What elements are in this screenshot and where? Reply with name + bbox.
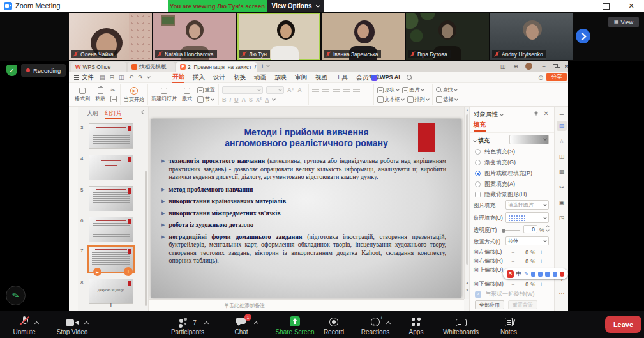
account-avatar[interactable]: [523, 62, 534, 70]
menu-tab-view[interactable]: 视图: [315, 73, 327, 82]
print-icon[interactable]: ⊟: [110, 74, 115, 81]
wps-ai-button[interactable]: WPS AI: [371, 72, 412, 83]
apps-button[interactable]: Apps: [398, 311, 434, 338]
wps-close-button[interactable]: ✕: [562, 62, 568, 70]
global-settings-icon[interactable]: ⊕: [511, 62, 521, 70]
view-options-button[interactable]: View Options: [267, 0, 324, 12]
layout-button[interactable]: 版式: [179, 88, 195, 102]
decrement-button[interactable]: −: [509, 258, 517, 265]
arrange-button[interactable]: 排列: [407, 96, 429, 103]
crop-tools-icon[interactable]: ✂: [557, 182, 567, 192]
placement-dropdown[interactable]: 拉伸: [505, 236, 549, 245]
video-tile[interactable]: Віра Бутова: [406, 13, 489, 60]
canvas-scrollbar[interactable]: ▲ ▲ ▼: [464, 107, 469, 299]
line-spacing-icon[interactable]: [353, 88, 360, 93]
play-slide-button[interactable]: ▶: [93, 268, 101, 276]
bullet-list-icon[interactable]: [312, 88, 319, 93]
resource-icon[interactable]: ◳: [557, 213, 567, 223]
chevron-down-icon[interactable]: [147, 75, 151, 79]
layers-icon[interactable]: ◫: [557, 151, 567, 162]
bold-button[interactable]: B: [222, 96, 227, 103]
menu-tab-design[interactable]: 设计: [213, 73, 225, 82]
share-document-button[interactable]: 分享: [546, 73, 567, 81]
section-button[interactable]: 节: [197, 96, 215, 103]
video-tile[interactable]: Іванна Заремська: [322, 13, 405, 60]
minimize-button[interactable]: [572, 0, 588, 12]
wps-minimize-button[interactable]: –: [539, 62, 549, 70]
video-tile[interactable]: Олена Чайка: [69, 13, 152, 60]
font-color-button[interactable]: A: [265, 96, 269, 103]
shapes-button[interactable]: 形状: [377, 86, 399, 93]
next-participants-button[interactable]: [576, 29, 590, 43]
columns-icon[interactable]: [353, 96, 360, 102]
underline-button[interactable]: U: [234, 96, 239, 103]
reactions-button[interactable]: + Reactions: [352, 311, 398, 338]
annotation-pencil-button[interactable]: ✎: [6, 286, 26, 305]
font-size-select[interactable]: [266, 86, 284, 94]
notes-placeholder[interactable]: 单击此处添加备注: [149, 299, 464, 311]
radio-solid-fill[interactable]: 纯色填充(S): [475, 148, 515, 156]
apply-all-button[interactable]: 全部应用: [475, 300, 504, 309]
whiteboards-button[interactable]: Whiteboards: [434, 311, 488, 338]
mic-options-caret[interactable]: [34, 321, 38, 326]
format-painter-button[interactable]: 格式刷: [75, 88, 90, 102]
align-right-icon[interactable]: [333, 96, 340, 102]
stop-video-button[interactable]: Stop Video: [47, 311, 97, 338]
increase-indent-icon[interactable]: [343, 88, 350, 93]
find-button[interactable]: 查找: [436, 86, 458, 93]
panel-scrollbar[interactable]: [145, 171, 147, 306]
redo-icon[interactable]: ↷: [138, 74, 143, 81]
reset-button[interactable]: 重置: [197, 86, 215, 93]
sogou-logo-icon[interactable]: S: [507, 270, 514, 278]
pin-panel-icon[interactable]: [534, 111, 539, 118]
slide-thumbnail[interactable]: [89, 186, 133, 211]
ime-mic-icon[interactable]: [531, 272, 535, 277]
unmute-button[interactable]: Unmute: [4, 311, 45, 338]
tab-presentation-document[interactable]: P 2_Презентація_на захист_/ ✕: [176, 62, 257, 72]
align-left-icon[interactable]: [312, 96, 319, 102]
rotate-with-shape-checkbox[interactable]: ✓ 与形状一起旋转(W): [475, 290, 535, 298]
save-icon[interactable]: ▤: [100, 74, 105, 81]
play-from-current-button[interactable]: ▶ 当页开始: [124, 87, 144, 103]
view-layout-button[interactable]: ▦ View: [608, 17, 639, 27]
smart-beautify-icon[interactable]: ☆: [557, 136, 567, 146]
italic-button[interactable]: I: [230, 96, 232, 103]
quick-add-slide-button[interactable]: +: [124, 267, 133, 276]
slide[interactable]: Методи і прийоми вивчення англомовного р…: [151, 119, 461, 298]
ime-more-icon[interactable]: [560, 272, 564, 277]
picture-fill-dropdown[interactable]: 请选择图片: [505, 200, 549, 210]
video-tile[interactable]: Andriy Hrytsenko: [490, 13, 573, 60]
record-button[interactable]: Record: [314, 311, 354, 338]
layout-switch-icon[interactable]: ◫: [498, 62, 508, 70]
decrease-font-icon[interactable]: A⁻: [297, 87, 304, 93]
reactions-caret[interactable]: [386, 321, 391, 326]
leave-button[interactable]: Leave: [605, 316, 641, 333]
slide-thumbnail[interactable]: [89, 155, 133, 180]
video-tile[interactable]: Nataliia Honcharova: [153, 13, 236, 60]
file-menu[interactable]: 文件: [74, 72, 94, 83]
picture-button[interactable]: 图片: [402, 86, 424, 93]
chevron-down-icon[interactable]: [500, 112, 504, 116]
align-center-icon[interactable]: [322, 96, 329, 102]
outline-tab[interactable]: 大纲: [87, 109, 98, 119]
strikethrough-button[interactable]: S: [249, 96, 253, 103]
wps-restore-button[interactable]: [550, 62, 560, 70]
menu-tab-slideshow[interactable]: 放映: [274, 73, 287, 82]
fill-tab[interactable]: 填充: [474, 121, 486, 132]
tab-wps-office[interactable]: W WPS Office: [71, 62, 126, 72]
new-slide-button[interactable]: 新建幻灯片: [151, 88, 177, 102]
section-collapse-icon[interactable]: [473, 139, 477, 142]
decrement-button[interactable]: −: [509, 249, 517, 256]
notes-button[interactable]: Notes: [488, 311, 530, 338]
meeting-security-shield-icon[interactable]: ✓: [6, 65, 17, 76]
decrement-button[interactable]: −: [509, 281, 517, 288]
cut-button[interactable]: ✂: [110, 87, 117, 93]
increment-button[interactable]: +: [537, 258, 545, 265]
more-icon[interactable]: ⋯: [557, 288, 567, 298]
slide-thumbnail[interactable]: [89, 217, 133, 242]
numbered-list-icon[interactable]: [322, 88, 329, 93]
justify-icon[interactable]: [343, 96, 350, 102]
ime-mode-chinese[interactable]: 中: [516, 270, 522, 278]
menu-tab-transitions[interactable]: 切换: [234, 73, 246, 82]
hide-background-checkbox[interactable]: 隐藏背景图形(H): [475, 190, 527, 199]
